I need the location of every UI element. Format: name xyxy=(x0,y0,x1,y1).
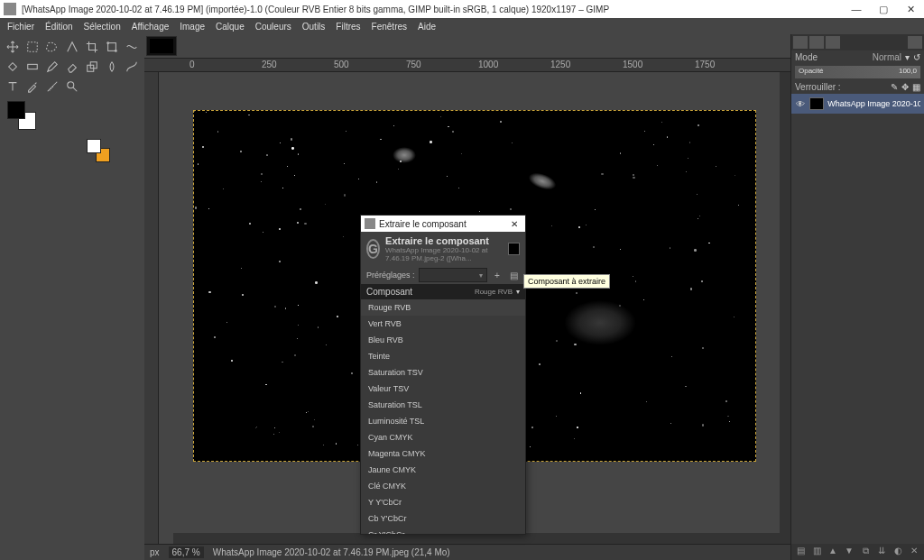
dropdown-option[interactable]: Jaune CMYK xyxy=(361,462,525,478)
opacity-value: 100,0 xyxy=(899,67,917,75)
presets-dropdown[interactable]: ▾ xyxy=(419,268,487,282)
mask-layer-icon[interactable]: ◐ xyxy=(891,546,905,558)
dock-tab-layers[interactable] xyxy=(793,36,808,49)
measure-tool[interactable] xyxy=(43,78,61,96)
mode-reset-icon[interactable]: ↺ xyxy=(913,52,920,62)
component-label: Composant xyxy=(366,287,412,297)
fuzzy-select-tool[interactable] xyxy=(63,38,81,56)
lock-alpha-icon[interactable]: ▦ xyxy=(912,82,920,92)
layer-row[interactable]: 👁 WhatsApp Image 2020-10-02 xyxy=(791,94,924,114)
menu-tools[interactable]: Outils xyxy=(297,20,331,33)
dialog-titlebar[interactable]: Extraire le composant ✕ xyxy=(361,216,525,232)
opacity-label: Opacité xyxy=(799,67,824,75)
preview-thumbnail[interactable] xyxy=(508,243,520,255)
rect-select-tool[interactable] xyxy=(23,38,42,56)
horizontal-ruler[interactable]: 02505007501000125015001750 xyxy=(144,58,790,72)
free-select-tool[interactable] xyxy=(43,38,61,56)
crop-tool[interactable] xyxy=(83,38,101,56)
warp-tool[interactable] xyxy=(123,38,141,56)
dock-tab-paths[interactable] xyxy=(826,36,840,49)
menu-windows[interactable]: Fenêtres xyxy=(366,20,412,33)
menu-help[interactable]: Aide xyxy=(412,20,441,33)
vertical-scrollbar[interactable] xyxy=(780,72,790,533)
zoom-tool[interactable] xyxy=(63,78,81,96)
dropdown-option[interactable]: Teinte xyxy=(361,348,525,364)
dock-menu-icon[interactable] xyxy=(908,36,922,49)
clone-tool[interactable] xyxy=(83,58,101,76)
menu-view[interactable]: Affichage xyxy=(126,20,175,33)
path-tool[interactable] xyxy=(123,58,141,76)
transform-tool[interactable] xyxy=(103,38,121,56)
gegl-icon: G xyxy=(366,239,380,259)
close-button[interactable]: ✕ xyxy=(897,0,924,18)
menu-filters[interactable]: Filtres xyxy=(330,20,365,33)
move-tool[interactable] xyxy=(4,38,22,56)
menu-bar: Fichier Édition Sélection Affichage Imag… xyxy=(0,18,924,34)
preset-menu-icon[interactable]: ▤ xyxy=(507,269,520,281)
lower-layer-icon[interactable]: ▼ xyxy=(842,546,856,558)
presets-label: Préréglages : xyxy=(366,271,415,280)
dialog-title: Extraire le composant xyxy=(379,219,507,229)
lock-position-icon[interactable]: ✥ xyxy=(901,82,909,92)
zoom-display[interactable]: 66,7 % xyxy=(169,546,204,558)
app-icon xyxy=(4,3,16,15)
duplicate-layer-icon[interactable]: ⧉ xyxy=(858,546,873,558)
text-tool[interactable] xyxy=(4,78,22,96)
dropdown-option[interactable]: Saturation TSV xyxy=(361,364,525,381)
dropdown-option[interactable]: Cb Y'CbCr xyxy=(361,510,525,527)
gradient-tool[interactable] xyxy=(23,58,42,76)
mode-value[interactable]: Normal xyxy=(873,52,901,62)
layer-name[interactable]: WhatsApp Image 2020-10-02 xyxy=(827,99,920,108)
opacity-slider[interactable]: Opacité 100,0 xyxy=(795,66,920,78)
lock-pixels-icon[interactable]: ✎ xyxy=(891,82,898,92)
dock-tab-channels[interactable] xyxy=(809,36,824,49)
dropdown-option[interactable]: Vert RVB xyxy=(361,316,525,332)
menu-edit[interactable]: Édition xyxy=(40,20,79,33)
dropdown-option[interactable]: Valeur TSV xyxy=(361,381,525,397)
preset-add-icon[interactable]: + xyxy=(491,269,504,281)
delete-layer-icon[interactable]: ✕ xyxy=(907,546,921,558)
smudge-tool[interactable] xyxy=(103,58,121,76)
option-swatch-1[interactable] xyxy=(87,139,101,153)
minimize-button[interactable]: — xyxy=(843,0,870,18)
unit-label[interactable]: px xyxy=(150,547,160,557)
ruler-mark: 250 xyxy=(262,60,277,69)
bucket-tool[interactable] xyxy=(4,58,22,76)
dialog-close-icon[interactable]: ✕ xyxy=(507,219,522,229)
dropdown-option[interactable]: Saturation TSL xyxy=(361,397,525,413)
pencil-tool[interactable] xyxy=(43,58,61,76)
visibility-icon[interactable]: 👁 xyxy=(795,97,806,110)
color-picker-tool[interactable] xyxy=(23,78,42,96)
dropdown-option[interactable]: Cyan CMYK xyxy=(361,429,525,445)
menu-image[interactable]: Image xyxy=(174,20,210,33)
component-field[interactable]: Composant Rouge RVB ▾ xyxy=(361,284,525,299)
eraser-tool[interactable] xyxy=(63,58,81,76)
fg-color-swatch[interactable] xyxy=(7,101,25,119)
merge-layer-icon[interactable]: ⇊ xyxy=(874,546,889,558)
maximize-button[interactable]: ▢ xyxy=(870,0,897,18)
new-layer-icon[interactable]: ▤ xyxy=(793,546,808,558)
dropdown-option[interactable]: Y Y'CbCr xyxy=(361,494,525,510)
dropdown-option[interactable]: Luminosité TSL xyxy=(361,413,525,429)
dock-tabs xyxy=(791,34,924,50)
dialog-header-subtitle: WhatsApp Image 2020-10-02 at 7.46.19 PM.… xyxy=(385,246,503,262)
menu-colors[interactable]: Couleurs xyxy=(250,20,297,33)
menu-file[interactable]: Fichier xyxy=(2,20,40,33)
vertical-ruler[interactable] xyxy=(144,72,159,544)
dropdown-option[interactable]: Magenta CMYK xyxy=(361,445,525,462)
tool-option-swatches[interactable] xyxy=(87,139,117,170)
menu-layer[interactable]: Calque xyxy=(210,20,250,33)
raise-layer-icon[interactable]: ▲ xyxy=(826,546,840,558)
new-group-icon[interactable]: ▥ xyxy=(809,546,824,558)
dropdown-option[interactable]: Rouge RVB xyxy=(361,299,525,316)
dropdown-option[interactable]: Bleu RVB xyxy=(361,332,525,348)
statusbar: px 66,7 % WhatsApp Image 2020-10-02 at 7… xyxy=(144,544,790,560)
dropdown-option[interactable]: Cr Y'CbCr xyxy=(361,527,525,534)
dialog-icon xyxy=(365,218,375,229)
layer-thumbnail[interactable] xyxy=(809,97,824,110)
image-tab-1[interactable] xyxy=(146,36,177,56)
chevron-down-icon[interactable]: ▾ xyxy=(905,52,910,62)
menu-select[interactable]: Sélection xyxy=(79,20,126,33)
dropdown-option[interactable]: Clé CMYK xyxy=(361,478,525,494)
color-swatches[interactable] xyxy=(7,101,38,132)
